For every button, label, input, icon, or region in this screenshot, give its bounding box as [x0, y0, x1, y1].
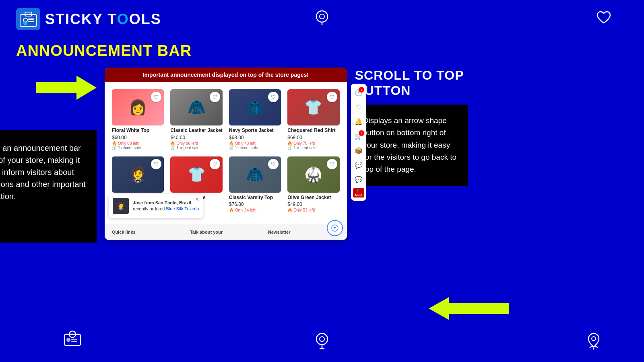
product-image: 👩 ♡ [112, 89, 164, 125]
bottom-center-icon [312, 331, 332, 352]
notification-close-button[interactable]: ✕ [195, 196, 200, 202]
main-layout: Display an announcement bar on top of yo… [0, 68, 644, 243]
store-preview: Important announcement displayed on top … [105, 68, 347, 240]
product-stock: 🔥Only 78 left! [287, 141, 339, 146]
product-price: $49.00 [287, 202, 339, 207]
notification-popup: 🤵 Jose from Sao Paolo, Brazil recently o… [109, 194, 203, 218]
product-price: $68.00 [287, 135, 339, 140]
wishlist-button[interactable]: ♡ [327, 159, 337, 169]
header-chat-icon [314, 9, 330, 29]
product-image: 🥋 ♡ [287, 156, 339, 193]
sidebar-clock-icon[interactable]: 🕐 1 [353, 87, 364, 98]
product-image: 🤵 ♡ [112, 156, 164, 193]
sidebar-cart-icon[interactable]: 🛒 1 [353, 130, 364, 142]
notification-product-link[interactable]: Blue Silk Tuxedo [166, 206, 199, 211]
svg-rect-15 [71, 339, 77, 340]
product-card: 👕 ♡ Chequered Red Shirt $68.00 🔥Only 78 … [284, 86, 343, 153]
header-heart-icon [596, 10, 612, 28]
sidebar-bell-icon[interactable]: 🔔 [353, 116, 364, 127]
left-description-text: Display an announcement bar on top of yo… [0, 144, 86, 201]
footer-col-about: Talk about your [187, 228, 265, 236]
scroll-to-top-button[interactable] [327, 220, 343, 236]
store-footer: Quick links Talk about your Newsletter [105, 224, 347, 240]
notification-avatar: 🤵 [113, 198, 129, 214]
product-stock: 🔥Only 43 left! [229, 141, 281, 146]
wishlist-button[interactable]: ♡ [151, 92, 161, 102]
scroll-top-section-label: SCROLL TO TOP BUTTON [355, 68, 468, 99]
svg-point-19 [592, 337, 596, 341]
product-sale: 🛒1 recent sale [170, 146, 222, 150]
svg-rect-4 [28, 21, 34, 22]
svg-rect-3 [28, 19, 34, 20]
product-stock: 🔥Only 68 left! [112, 141, 164, 146]
wishlist-button[interactable]: ♡ [151, 159, 161, 169]
wishlist-button[interactable]: ♡ [210, 159, 220, 169]
header: STICKY TOOLS [0, 0, 644, 38]
product-sale: 🛒1 recent sale [287, 146, 339, 150]
product-image: 🧥 ♡ [229, 89, 281, 125]
footer-col-links: Quick links [109, 228, 187, 236]
notification-text: Jose from Sao Paolo, Brazil recently ord… [133, 200, 199, 212]
logo-icon [16, 8, 40, 30]
wishlist-button[interactable]: ♡ [327, 92, 337, 102]
bottom-right-icon [584, 330, 604, 352]
product-name: Classic Leather Jacket [170, 128, 222, 134]
product-name: Chequered Red Shirt [287, 128, 339, 134]
sidebar-whatsapp-icon[interactable]: 💬 [353, 159, 364, 171]
product-card: 🧥 ♡ Classic Leather Jacket $40.00 🔥Only … [167, 86, 225, 153]
product-price: $40.00 [170, 135, 222, 140]
product-price: $63.00 [229, 135, 281, 140]
product-card: 🧥 ♡ Navy Sports Jacket $63.00 🔥Only 43 l… [226, 86, 284, 153]
logo: STICKY TOOLS [16, 8, 161, 30]
product-image: 🧥 ♡ [229, 156, 281, 193]
product-image: 👕 ♡ [287, 89, 339, 125]
product-name: Navy Sports Jacket [229, 128, 281, 134]
right-section: SCROLL TO TOP BUTTON Displays an arrow s… [355, 68, 468, 186]
product-card: 👩 ♡ Floral White Top $60.00 🔥Only 68 lef… [109, 86, 167, 153]
svg-point-14 [66, 338, 70, 342]
store-announcement-bar: Important announcement displayed on top … [105, 68, 347, 82]
wishlist-button[interactable]: ♡ [210, 92, 220, 102]
product-card: 🥋 ♡ Olive Green Jacket $49.00 🔥Only 53 l… [284, 153, 343, 220]
sidebar-clock-badge: 1 [359, 87, 364, 93]
sidebar-messenger-icon[interactable]: 💬 [353, 174, 364, 185]
product-image: 🧥 ♡ [170, 89, 222, 125]
sidebar-box-icon[interactable]: 📦 [353, 145, 364, 156]
bottom-left-icon [62, 328, 83, 350]
left-description-box: Display an announcement bar on top of yo… [0, 130, 97, 243]
svg-point-9 [320, 14, 324, 19]
sidebar-cart-badge: 1 [359, 130, 364, 136]
sidebar-heart-icon[interactable]: ♡ [353, 101, 364, 113]
product-sale: 🛒1 recent sale [112, 146, 164, 150]
svg-point-18 [320, 337, 324, 341]
product-image: 👕 ♡ [170, 156, 222, 193]
product-stock: 🔥Only 54 left! [229, 208, 281, 212]
store-sidebar: 🕐 1 ♡ 🔔 🛒 1 📦 💬 💬 🏴USD [351, 84, 366, 201]
product-name: Olive Green Jacket [287, 195, 339, 201]
sidebar-currency-selector[interactable]: 🏴USD [353, 188, 364, 197]
product-card: 🧥 ♡ Classic Varsity Top $76.00 🔥Only 54 … [226, 153, 284, 220]
right-description-text: Displays an arrow shape button on bottom… [363, 116, 456, 174]
logo-text: STICKY TOOLS [45, 11, 161, 28]
product-stock: 🔥Only 86 left! [170, 141, 222, 146]
right-description-box: Displays an arrow shape button on bottom… [355, 105, 468, 186]
announcement-bar-text: Important announcement displayed on top … [143, 72, 309, 78]
svg-rect-16 [71, 341, 77, 342]
wishlist-button[interactable]: ♡ [268, 92, 279, 102]
svg-point-17 [316, 333, 328, 345]
product-stock: 🔥Only 53 left! [287, 208, 339, 212]
product-name: Floral White Top [112, 128, 164, 134]
product-price: $76.00 [229, 202, 281, 207]
wishlist-button[interactable]: ♡ [268, 159, 279, 169]
scroll-top-arrow [429, 297, 509, 320]
product-price: $60.00 [112, 135, 164, 140]
product-sale: 🛒1 recent sale [229, 146, 281, 150]
svg-point-8 [316, 11, 328, 22]
announcement-bar-label: ANNOUNCEMENT BAR [0, 38, 644, 68]
product-name: Classic Varsity Top [229, 195, 281, 201]
